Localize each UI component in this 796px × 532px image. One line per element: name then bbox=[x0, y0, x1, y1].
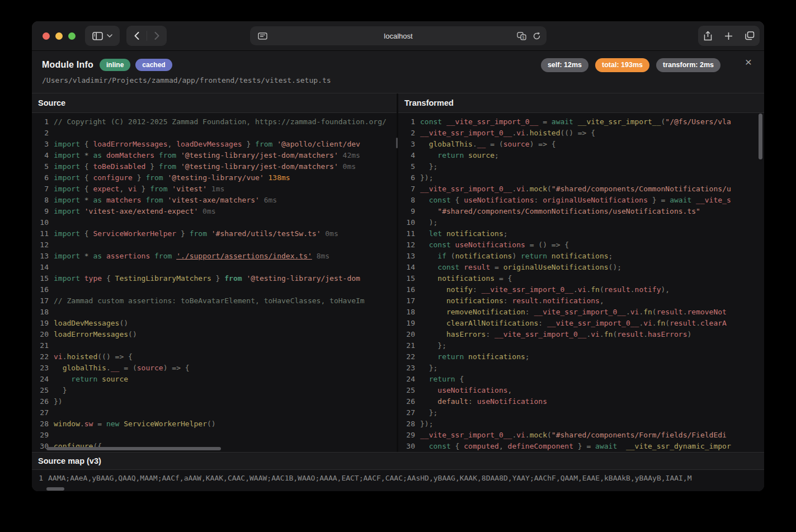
code-line: 2__vite_ssr_import_0__.vi.hoisted(() => … bbox=[398, 128, 764, 139]
code-line: 25 useNotifications, bbox=[398, 385, 764, 396]
line-number: 18 bbox=[32, 307, 49, 318]
line-number: 15 bbox=[398, 273, 415, 284]
sourcemap-line: 1 AAMA;AAeA,yBAAG,QAAQ,MAAM;AACf,aAAW,KA… bbox=[32, 470, 764, 486]
svg-text:$: $ bbox=[522, 35, 524, 40]
nav-buttons bbox=[126, 26, 167, 46]
code-line: 28window.sw = new ServiceWorkerHelper() bbox=[32, 418, 397, 430]
module-badge: inline bbox=[100, 59, 130, 71]
line-number: 29 bbox=[398, 430, 415, 441]
code-line: 12 const useNotifications = () => { bbox=[398, 239, 764, 251]
line-number: 23 bbox=[32, 362, 49, 374]
line-number: 29 bbox=[32, 430, 49, 441]
line-number: 12 bbox=[32, 239, 49, 251]
sourcemap-horizontal-scrollbar[interactable] bbox=[46, 487, 64, 491]
browser-window: localhost $ bbox=[32, 21, 764, 491]
code-line: 1// Copyright (C) 2012-2025 Zammad Found… bbox=[32, 116, 397, 128]
code-line: 18 removeNotification: __vite_ssr_import… bbox=[398, 307, 764, 318]
line-number: 23 bbox=[398, 362, 415, 374]
code-line: 7import { expect, vi } from 'vitest' 1ms bbox=[32, 183, 397, 195]
line-number: 5 bbox=[32, 161, 49, 172]
line-number: 6 bbox=[398, 172, 415, 183]
line-number: 14 bbox=[398, 262, 415, 273]
line-number: 7 bbox=[398, 183, 415, 195]
source-code: 1// Copyright (C) 2012-2025 Zammad Found… bbox=[32, 113, 397, 452]
translate-icon[interactable]: $ bbox=[517, 32, 527, 40]
module-link[interactable]: './support/assertions/index.ts' bbox=[176, 252, 312, 260]
code-line: 10 ); bbox=[398, 217, 764, 228]
line-number: 26 bbox=[32, 396, 49, 407]
code-line: 27 }; bbox=[398, 407, 764, 418]
line-number: 9 bbox=[398, 206, 415, 217]
reload-icon[interactable] bbox=[533, 32, 541, 40]
close-icon[interactable]: × bbox=[741, 54, 756, 70]
code-line: 4import * as domMatchers from '@testing-… bbox=[32, 150, 397, 161]
line-number: 2 bbox=[32, 128, 49, 139]
code-line: 7__vite_ssr_import_0__.vi.mock("#shared/… bbox=[398, 183, 764, 195]
line-number: 1 bbox=[398, 116, 415, 128]
line-number: 13 bbox=[32, 251, 49, 262]
module-info-header: Module Info inlinecached self: 12mstotal… bbox=[32, 51, 764, 93]
code-line: 18 bbox=[32, 307, 397, 318]
code-line: 22 return notifications; bbox=[398, 351, 764, 362]
line-number: 19 bbox=[398, 318, 415, 329]
transformed-panel: Transformed 1const __vite_ssr_import_0__… bbox=[398, 93, 764, 452]
tab-overview-icon[interactable] bbox=[745, 31, 755, 40]
source-panel-title: Source bbox=[32, 93, 397, 113]
zoom-window-button[interactable] bbox=[68, 32, 76, 40]
transformed-vertical-scrollbar[interactable] bbox=[759, 114, 762, 159]
line-number: 25 bbox=[398, 385, 415, 396]
timing-badges: self: 12mstotal: 193mstransform: 2ms bbox=[541, 58, 720, 72]
back-button[interactable] bbox=[126, 26, 147, 46]
line-number: 1 bbox=[34, 474, 43, 482]
line-number: 21 bbox=[398, 340, 415, 351]
code-line: 19loadDevMessages() bbox=[32, 318, 397, 329]
code-line: 5 }; bbox=[398, 161, 764, 172]
line-number: 4 bbox=[398, 150, 415, 161]
address-bar[interactable]: localhost $ bbox=[250, 26, 547, 45]
code-line: 5import { toBeDisabled } from '@testing-… bbox=[32, 161, 397, 172]
line-number: 24 bbox=[398, 374, 415, 385]
code-line: 30configure({ bbox=[32, 441, 397, 452]
code-line: 3import { loadErrorMessages, loadDevMess… bbox=[32, 139, 397, 150]
code-line: 27 bbox=[32, 407, 397, 418]
splitter-handle[interactable] bbox=[396, 138, 398, 148]
close-window-button[interactable] bbox=[43, 32, 50, 40]
line-number: 30 bbox=[398, 441, 415, 452]
line-number: 30 bbox=[32, 441, 49, 452]
code-line: 29__vite_ssr_import_0__.vi.mock("#shared… bbox=[398, 430, 764, 441]
code-line: 20 hasErrors: __vite_ssr_import_0__.vi.f… bbox=[398, 329, 764, 340]
code-line: 6}); bbox=[398, 172, 764, 183]
code-line: 30 const { computed, defineComponent } =… bbox=[398, 441, 764, 452]
sidebar-toggle-button[interactable] bbox=[85, 26, 120, 46]
code-line: 29 bbox=[32, 430, 397, 441]
code-line: 10 bbox=[32, 217, 397, 228]
share-icon[interactable] bbox=[704, 31, 712, 41]
code-line: 24 return source bbox=[32, 374, 397, 385]
minimize-window-button[interactable] bbox=[55, 32, 63, 40]
code-line: 8import * as matchers from 'vitest-axe/m… bbox=[32, 195, 397, 206]
code-line: 28}); bbox=[398, 418, 764, 430]
transformed-panel-title: Transformed bbox=[398, 93, 764, 113]
source-horizontal-scrollbar[interactable] bbox=[46, 447, 221, 450]
line-number: 6 bbox=[32, 172, 49, 183]
forward-button[interactable] bbox=[147, 26, 167, 46]
sourcemap-title: Source map (v3) bbox=[32, 452, 764, 470]
line-number: 20 bbox=[398, 329, 415, 340]
line-number: 2 bbox=[398, 128, 415, 139]
line-number: 8 bbox=[32, 195, 49, 206]
new-tab-icon[interactable] bbox=[724, 32, 733, 40]
line-number: 14 bbox=[32, 262, 49, 273]
line-number: 3 bbox=[398, 139, 415, 150]
address-url: localhost bbox=[250, 32, 547, 40]
line-number: 20 bbox=[32, 329, 49, 340]
line-number: 27 bbox=[32, 407, 49, 418]
line-number: 26 bbox=[398, 396, 415, 407]
browser-toolbar: localhost $ bbox=[32, 21, 764, 51]
line-number: 22 bbox=[32, 351, 49, 362]
module-badge: cached bbox=[135, 59, 172, 71]
desktop: { "browser": { "url": "localhost", "traf… bbox=[0, 0, 796, 532]
line-number: 16 bbox=[398, 284, 415, 295]
module-path: /Users/vladimir/Projects/zammad/app/fron… bbox=[42, 76, 754, 84]
code-line: 24 return { bbox=[398, 374, 764, 385]
line-number: 17 bbox=[398, 295, 415, 307]
